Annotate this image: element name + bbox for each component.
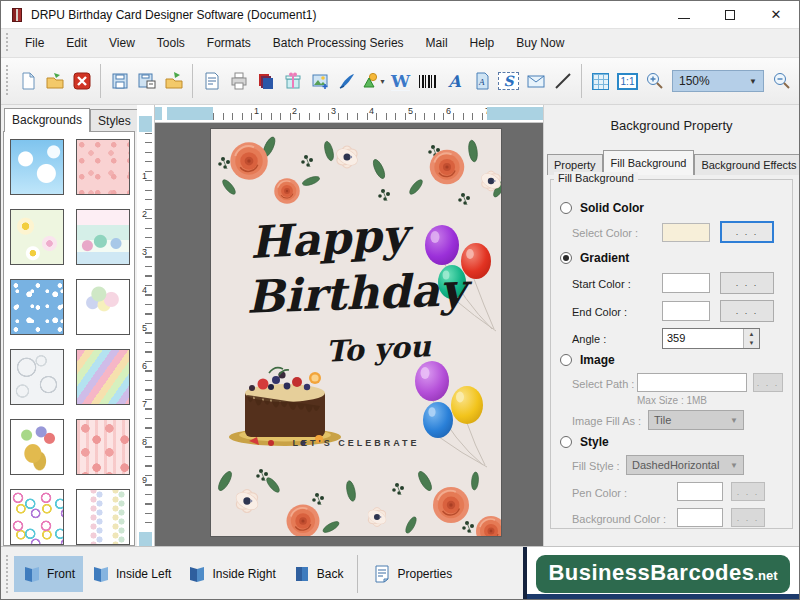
radio-image[interactable]	[560, 354, 572, 366]
menu-batch-processing-series[interactable]: Batch Processing Series	[262, 31, 415, 55]
print-preview-icon[interactable]	[198, 65, 225, 97]
thumbnail-bubbles[interactable]	[10, 349, 64, 405]
tab-backgrounds[interactable]: Backgrounds	[4, 108, 90, 132]
page-inside-right-button[interactable]: Inside Right	[179, 556, 283, 592]
menu-file[interactable]: File	[14, 31, 55, 55]
fill-style-value: DashedHorizontal	[632, 459, 719, 471]
text-page-icon[interactable]: A	[468, 65, 495, 97]
page-back-button[interactable]: Back	[284, 556, 352, 592]
fill-style-dropdown: DashedHorizontal ▼	[626, 455, 744, 475]
end-color-swatch[interactable]	[662, 301, 710, 321]
draw-line-icon[interactable]	[549, 65, 576, 97]
title-bar: DRPU Birthday Card Designer Software (Do…	[1, 1, 799, 29]
new-document-icon[interactable]	[14, 65, 41, 97]
menu-view[interactable]: View	[98, 31, 146, 55]
minimize-button[interactable]	[661, 1, 707, 28]
bottombar-gripper	[5, 555, 10, 593]
page-front-button[interactable]: Front	[14, 556, 83, 592]
angle-value: 359	[663, 329, 743, 348]
close-button[interactable]: ✕	[753, 1, 799, 28]
image-label: Image	[580, 353, 615, 367]
menu-tools[interactable]: Tools	[146, 31, 196, 55]
angle-down-icon[interactable]: ▼	[744, 339, 759, 349]
tool-bar: ▾ W A A S 1:1 150% ▼	[1, 58, 799, 105]
solid-color-label: Solid Color	[580, 201, 644, 215]
zoom-level-value: 150%	[679, 74, 710, 88]
select-color-browse-button[interactable]: . . .	[720, 221, 774, 243]
svg-text:A: A	[478, 77, 485, 87]
open-file-icon[interactable]	[41, 65, 68, 97]
thumbnail-pastel-winter[interactable]	[76, 209, 130, 265]
page-inside-left-button[interactable]: Inside Left	[83, 556, 179, 592]
zoom-level-select[interactable]: 150% ▼	[672, 70, 764, 92]
color-layers-icon[interactable]	[252, 65, 279, 97]
menu-mail[interactable]: Mail	[415, 31, 459, 55]
barcode-icon[interactable]	[414, 65, 441, 97]
branding-bottom-strip	[527, 594, 799, 600]
save-as-icon[interactable]	[133, 65, 160, 97]
thumbnail-balloon-sketch[interactable]	[76, 279, 130, 335]
menu-formats[interactable]: Formats	[196, 31, 262, 55]
insert-shape-icon[interactable]: ▾	[360, 65, 387, 97]
thumbnail-balloon-columns[interactable]	[76, 489, 130, 545]
thumbnail-pink-hearts[interactable]	[76, 139, 130, 195]
group-label: Fill Background	[554, 172, 638, 184]
app-window: DRPU Birthday Card Designer Software (Do…	[0, 0, 800, 600]
radio-style[interactable]	[560, 436, 572, 448]
background-color-browse-button: . . .	[731, 508, 765, 527]
backgrounds-panel: Backgrounds Styles	[1, 105, 137, 546]
start-color-browse-button[interactable]: . . .	[720, 272, 774, 294]
angle-spinner[interactable]: 359 ▲▼	[662, 328, 760, 349]
watermark-icon[interactable]: W	[387, 65, 414, 97]
grid-view-icon[interactable]	[587, 65, 614, 97]
signature-icon[interactable]: S	[495, 65, 522, 97]
angle-label: Angle :	[572, 333, 606, 345]
radio-gradient[interactable]	[560, 252, 572, 264]
mail-envelope-icon[interactable]	[522, 65, 549, 97]
menu-edit[interactable]: Edit	[55, 31, 98, 55]
save-icon[interactable]	[106, 65, 133, 97]
thumbnail-starry-blue[interactable]	[10, 279, 64, 335]
actual-size-icon[interactable]: 1:1	[614, 65, 641, 97]
tab-background-effects[interactable]: Background Effects	[694, 154, 800, 175]
thumbnail-hearts-outline[interactable]	[10, 489, 64, 545]
branding-panel: BusinessBarcodes .net	[523, 547, 799, 600]
open-template-icon[interactable]	[160, 65, 187, 97]
select-path-label: Select Path :	[572, 378, 634, 390]
pen-color-swatch	[677, 482, 723, 501]
angle-up-icon[interactable]: ▲	[744, 329, 759, 339]
zoom-dropdown-arrow-icon: ▼	[749, 77, 757, 86]
card-text-tagline[interactable]: LET'S CELEBRATE	[211, 439, 501, 448]
menu-buy-now[interactable]: Buy Now	[505, 31, 575, 55]
zoom-out-icon[interactable]	[768, 65, 795, 97]
radio-solid-color[interactable]	[560, 202, 572, 214]
properties-button[interactable]: Properties	[364, 556, 460, 592]
maximize-button[interactable]	[707, 1, 753, 28]
select-path-field[interactable]	[637, 373, 747, 392]
zoom-in-icon[interactable]	[641, 65, 668, 97]
gift-icon[interactable]	[279, 65, 306, 97]
tab-styles[interactable]: Styles	[90, 109, 139, 132]
thumbnail-rainbow-watercolor[interactable]	[76, 349, 130, 405]
thumbnail-hearts-curtain[interactable]	[76, 419, 130, 475]
print-icon[interactable]	[225, 65, 252, 97]
font-icon[interactable]: A	[441, 65, 468, 97]
fill-style-dropdown-arrow-icon: ▼	[730, 461, 738, 470]
thumbnail-sky-clouds[interactable]	[10, 139, 64, 195]
start-color-swatch[interactable]	[662, 273, 710, 293]
insert-image-icon[interactable]	[306, 65, 333, 97]
fill-style-label: Fill Style :	[572, 460, 620, 472]
menu-bar: File Edit View Tools Formats Batch Proce…	[1, 29, 799, 58]
design-canvas[interactable]: Happy Birthday To you LET'S CELEBRATE	[155, 123, 543, 546]
card-text-birthday[interactable]: Birthday	[211, 266, 501, 321]
draw-pen-icon[interactable]	[333, 65, 360, 97]
image-fill-as-dropdown: Tile ▼	[648, 410, 744, 430]
birthday-card[interactable]: Happy Birthday To you LET'S CELEBRATE	[211, 129, 501, 536]
thumbnail-happy-birthday-balloons[interactable]	[10, 419, 64, 475]
thumbnail-daisy-flowers[interactable]	[10, 209, 64, 265]
horizontal-ruler: 1 2 3 4 5 6 7	[155, 105, 543, 123]
window-title: DRPU Birthday Card Designer Software (Do…	[31, 8, 316, 22]
menu-help[interactable]: Help	[459, 31, 506, 55]
end-color-browse-button[interactable]: . . .	[720, 300, 774, 322]
close-document-icon[interactable]	[68, 65, 95, 97]
